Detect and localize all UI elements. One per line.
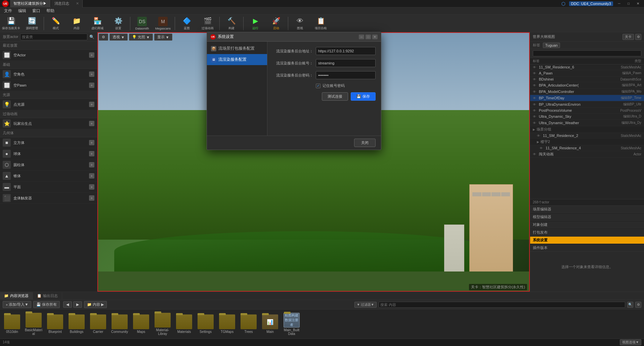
blueprint-button[interactable]: 🔷 蓝图 <box>177 15 197 32</box>
model-editor-btn[interactable]: 模型编辑器 <box>530 213 644 221</box>
view-options-button[interactable]: 视图选项▼ <box>620 339 641 345</box>
plugin-version-btn[interactable]: 插件版本 <box>530 244 644 251</box>
menu-window[interactable]: 窗口 <box>30 7 43 14</box>
marketplace-button[interactable]: 🏪 虚幻商城 <box>88 15 107 32</box>
add-sphere-button[interactable]: + <box>89 151 94 156</box>
visibility-icon[interactable]: 👁 <box>533 115 538 118</box>
view-button[interactable]: 👁 图视 <box>290 15 310 32</box>
content-settings-icon[interactable]: ⚙ <box>635 302 641 308</box>
nav-forward-button[interactable]: ▶ <box>73 301 82 308</box>
folder-carrier[interactable]: Carrier <box>89 314 108 334</box>
object-create-btn[interactable]: 对象创建 <box>530 221 644 229</box>
minimize-button[interactable]: ─ <box>616 1 622 7</box>
datasmith-button[interactable]: DS Datasmith <box>132 15 152 32</box>
sidebar-item-sphere[interactable]: ● 球体 + <box>0 148 97 159</box>
visibility-icon[interactable]: 👁 <box>537 134 542 138</box>
folder-0510din[interactable]: 0510din <box>3 314 22 334</box>
add-point-light-button[interactable]: + <box>89 102 94 107</box>
outliner-item-ultradynamic-env[interactable]: 👁 BP_UltraDynamicEnviron 编辑BP_Ultr <box>530 101 644 108</box>
content-path-button[interactable]: 📁 内容 ▶ <box>84 301 107 308</box>
password-input[interactable] <box>316 71 376 79</box>
maximize-button[interactable]: □ <box>625 1 632 7</box>
outliner-item-bpa-art[interactable]: 👁 BPA_ArticulationCenter( 编辑BPA_Art <box>530 82 644 89</box>
outliner-item-residence4[interactable]: 👁 11_SM_Residence_4 StaticMeshAc <box>530 145 644 151</box>
account-input[interactable] <box>316 59 376 67</box>
outliner-item-residence2[interactable]: 👁 11_SM_Residence_2 StaticMeshAc <box>530 133 644 139</box>
add-cube-button[interactable]: + <box>89 140 94 145</box>
add-plane-button[interactable]: + <box>89 184 94 190</box>
output-log-tab[interactable]: 📋 输出日志 <box>33 292 62 299</box>
add-box-trigger-button[interactable]: + <box>89 195 94 201</box>
remember-password-checkbox[interactable]: ✓ <box>316 84 320 88</box>
add-cone-button[interactable]: + <box>89 173 94 179</box>
settings-button[interactable]: ⚙️ 设置 <box>109 15 128 32</box>
content-search-icon[interactable]: 🔍 <box>627 302 633 308</box>
dialog-menu-pack[interactable]: 📦 流场景打包服务配置 <box>207 43 267 54</box>
outliner-item-timeofday[interactable]: 👁 BP_TimeOfDay 编辑BP_Time <box>530 95 644 101</box>
tuguan-tag[interactable]: Tuguan <box>543 43 560 48</box>
folder-blueprint[interactable]: Blueprint <box>46 314 65 334</box>
build-button[interactable]: 🔨 构建 <box>222 15 241 32</box>
folder-materials[interactable]: Materials <box>175 314 194 334</box>
outliner-settings-icon[interactable]: ⚙ <box>635 34 641 40</box>
folder-buildings[interactable]: Buildings <box>67 314 86 334</box>
megascans-button[interactable]: M Megascans <box>153 15 173 32</box>
content-button[interactable]: 📁 内容 <box>67 15 86 32</box>
visibility-icon[interactable]: 👁 <box>533 152 538 156</box>
folder-maps[interactable]: Maps <box>132 314 151 334</box>
add-player-start-button[interactable]: + <box>89 121 94 126</box>
add-import-button[interactable]: + 添加/导入▼ <box>3 301 31 308</box>
building2-group-header[interactable]: ▶ 楼宇2 <box>530 139 644 145</box>
add-character-button[interactable]: + <box>89 71 94 77</box>
sidebar-item-empty-actor[interactable]: ⬜ 空Actor + <box>0 50 97 61</box>
dialog-menu-render[interactable]: 🖥 流渲染服务配置 <box>207 54 267 65</box>
visibility-icon[interactable]: 👁 <box>533 96 538 100</box>
outliner-item-bpa-model[interactable]: 👁 BPA_ModelController 编辑BPA_Mo <box>530 89 644 95</box>
outliner-item-weather[interactable]: 👁 Ultra_Dynamic_Weather 编辑Ultra_Dy <box>530 120 644 126</box>
display-button[interactable]: 显示 ▼ <box>154 34 172 41</box>
scene-editor-btn[interactable]: 场景编辑器 <box>530 206 644 213</box>
tab-message-log[interactable]: 消息日志 ✕ <box>51 0 83 7</box>
run-button[interactable]: ▶ 运行 <box>246 15 265 32</box>
search-actor-input[interactable] <box>20 34 87 40</box>
dialog-maximize-button[interactable]: □ <box>366 35 371 39</box>
visibility-icon[interactable]: 👁 <box>533 103 538 106</box>
save-button[interactable]: 💾 保存 <box>351 92 376 101</box>
window-close-button[interactable]: ✕ <box>635 1 641 7</box>
add-cylinder-button[interactable]: + <box>89 162 94 167</box>
dialog-close-footer-button[interactable]: 关闭 <box>354 139 376 147</box>
sidebar-item-plane[interactable]: ▬ 平面 + <box>0 182 97 193</box>
content-search-input[interactable] <box>379 302 625 308</box>
scene-group-header[interactable]: ▶ 场景分组 <box>530 126 644 133</box>
launch-button[interactable]: 🚀 启动 <box>266 15 286 32</box>
project-check-button[interactable]: 📋 项目自检 <box>311 15 331 32</box>
visibility-icon[interactable]: 👁 <box>533 109 538 112</box>
test-connection-button[interactable]: 测试连接 <box>322 92 348 101</box>
menu-edit[interactable]: 编辑 <box>15 7 29 14</box>
folder-main[interactable]: 📊 Main <box>261 314 280 334</box>
outliner-item-animation[interactable]: 👁 闯关动画 Actor <box>530 151 644 158</box>
folder-main-built[interactable]: 粘图构建数据注册者 Main_Built Data <box>282 313 301 336</box>
folder-trees[interactable]: Trees <box>239 314 258 334</box>
menu-file[interactable]: 文件 <box>1 7 15 14</box>
sidebar-item-point-light[interactable]: 💡 点光源 + <box>0 99 97 110</box>
sidebar-item-cone[interactable]: ▲ 锥体 + <box>0 170 97 182</box>
add-pawn-button[interactable]: + <box>89 83 94 88</box>
lighting-button[interactable]: 💡 光照 ▼ <box>129 34 153 41</box>
visibility-icon[interactable]: 👁 <box>533 84 538 87</box>
menu-help[interactable]: 帮助 <box>44 7 57 14</box>
sidebar-item-player-start[interactable]: ⭐ 玩家出生点 + <box>0 118 97 129</box>
nav-back-button[interactable]: ◀ <box>63 301 72 308</box>
outliner-item-sky[interactable]: 👁 Ultra_Dynamic_Sky 编辑Ultra_D <box>530 113 644 120</box>
ddc-icon[interactable]: ⬡ <box>560 1 566 7</box>
viewport-settings-button[interactable]: ⚙ <box>99 34 108 41</box>
dialog-close-button[interactable]: ✕ <box>372 35 378 39</box>
content-browser-tab[interactable]: 📁 内容浏览器 <box>0 292 33 299</box>
visibility-icon[interactable]: 👁 <box>533 121 538 125</box>
folder-basicmaterial[interactable]: BasicMaterial <box>24 313 43 336</box>
outliner-item-apawn[interactable]: 👁 A_Pawn 编辑A_Pawn <box>530 70 644 77</box>
folder-community[interactable]: Community <box>110 314 129 334</box>
sidebar-item-box-trigger[interactable]: ⬛ 盒体触发器 + <box>0 193 97 204</box>
mode-button[interactable]: ✏️ 模式 <box>46 15 66 32</box>
perspective-button[interactable]: 透视 ▼ <box>110 34 128 41</box>
